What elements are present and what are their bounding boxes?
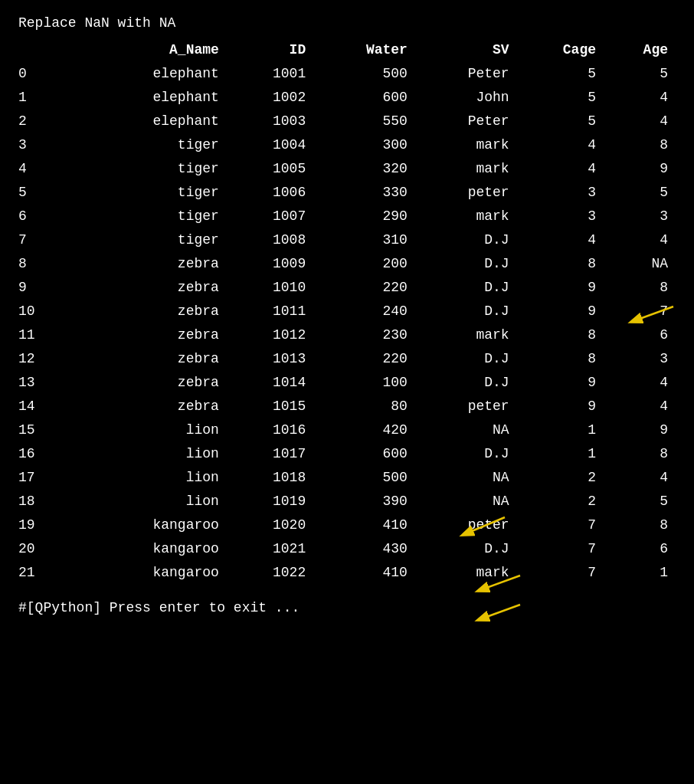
table-cell: 1007 (227, 205, 313, 228)
table-cell: zebra (62, 395, 227, 418)
col-header-index (18, 38, 62, 62)
table-row: 13zebra1014100D.J94 (18, 371, 676, 395)
table-cell: 12 (18, 347, 62, 371)
table-cell: zebra (62, 323, 227, 347)
table-cell: 300 (313, 133, 415, 157)
table-cell: D.J (415, 371, 517, 395)
table-row: 0elephant1001500Peter55 (18, 62, 676, 86)
table-cell: 240 (313, 300, 415, 323)
table-cell: 2 (517, 490, 604, 513)
table-cell: 5 (604, 490, 676, 513)
table-cell: 4 (604, 371, 676, 395)
table-row: 21kangaroo1022410mark71 (18, 561, 676, 585)
table-cell: 8 (604, 133, 676, 157)
table-cell: John (415, 86, 517, 110)
table-cell: 390 (313, 490, 415, 513)
table-cell: 5 (604, 181, 676, 205)
table-cell: 600 (313, 86, 415, 110)
table-cell: 3 (604, 205, 676, 228)
table-cell: 9 (517, 395, 604, 418)
table-cell: 4 (517, 133, 604, 157)
table-cell: 1 (517, 418, 604, 442)
table-cell: zebra (62, 371, 227, 395)
table-cell: zebra (62, 252, 227, 276)
table-row: 2elephant1003550Peter54 (18, 110, 676, 133)
table-cell: 1019 (227, 490, 313, 513)
table-cell: 1004 (227, 133, 313, 157)
table-cell: 290 (313, 205, 415, 228)
table-cell: 7 (18, 228, 62, 252)
table-cell: 5 (517, 62, 604, 86)
table-cell: 0 (18, 62, 62, 86)
table-cell: 420 (313, 418, 415, 442)
table-cell: 230 (313, 323, 415, 347)
table-cell: 6 (604, 537, 676, 561)
table-row: 20kangaroo1021430D.J76 (18, 537, 676, 561)
table-row: 14zebra101580peter94 (18, 395, 676, 418)
table-cell: 500 (313, 62, 415, 86)
table-cell: elephant (62, 110, 227, 133)
table-cell: mark (415, 205, 517, 228)
table-cell: 550 (313, 110, 415, 133)
table-cell: kangaroo (62, 561, 227, 585)
table-cell: 11 (18, 323, 62, 347)
table-cell: 1003 (227, 110, 313, 133)
table-cell: 8 (18, 252, 62, 276)
table-cell: zebra (62, 347, 227, 371)
table-cell: 3 (517, 181, 604, 205)
table-cell: 14 (18, 395, 62, 418)
table-cell: peter (415, 395, 517, 418)
table-cell: 1021 (227, 537, 313, 561)
table-cell: 5 (517, 86, 604, 110)
table-cell: 7 (517, 561, 604, 585)
table-row: 3tiger1004300mark48 (18, 133, 676, 157)
table-cell: 7 (517, 537, 604, 561)
table-cell: 2 (517, 466, 604, 490)
table-cell: 8 (517, 347, 604, 371)
col-header-id: ID (227, 38, 313, 62)
table-cell: 220 (313, 347, 415, 371)
table-cell: 6 (18, 205, 62, 228)
table-cell: 1 (517, 442, 604, 466)
table-cell: elephant (62, 62, 227, 86)
col-header-aname: A_Name (62, 38, 227, 62)
table-row: 19kangaroo1020410peter78 (18, 513, 676, 537)
table-cell: 9 (604, 418, 676, 442)
table-cell: 1 (604, 561, 676, 585)
table-cell: 3 (604, 347, 676, 371)
table-cell: 320 (313, 157, 415, 181)
table-cell: 17 (18, 466, 62, 490)
table-cell: 3 (517, 205, 604, 228)
table-cell: 1015 (227, 395, 313, 418)
table-cell: 1012 (227, 323, 313, 347)
table-cell: lion (62, 418, 227, 442)
table-cell: NA (415, 490, 517, 513)
table-cell: 1018 (227, 466, 313, 490)
table-cell: 310 (313, 228, 415, 252)
table-cell: D.J (415, 300, 517, 323)
table-cell: 16 (18, 442, 62, 466)
table-cell: 8 (604, 442, 676, 466)
data-table: A_Name ID Water SV Cage Age 0elephant100… (18, 38, 676, 585)
table-cell: 8 (517, 323, 604, 347)
table-cell: 7 (517, 513, 604, 537)
table-cell: 1009 (227, 252, 313, 276)
table-cell: 200 (313, 252, 415, 276)
table-row: 7tiger1008310D.J44 (18, 228, 676, 252)
table-cell: 1005 (227, 157, 313, 181)
table-cell: tiger (62, 133, 227, 157)
table-cell: 15 (18, 418, 62, 442)
col-header-sv: SV (415, 38, 517, 62)
table-cell: 1016 (227, 418, 313, 442)
col-header-water: Water (313, 38, 415, 62)
table-row: 12zebra1013220D.J83 (18, 347, 676, 371)
table-cell: 9 (517, 300, 604, 323)
table-cell: mark (415, 323, 517, 347)
table-cell: D.J (415, 252, 517, 276)
table-cell: kangaroo (62, 513, 227, 537)
table-cell: 100 (313, 371, 415, 395)
table-cell: 1002 (227, 86, 313, 110)
table-cell: 4 (604, 86, 676, 110)
table-cell: 5 (604, 62, 676, 86)
table-cell: 1006 (227, 181, 313, 205)
